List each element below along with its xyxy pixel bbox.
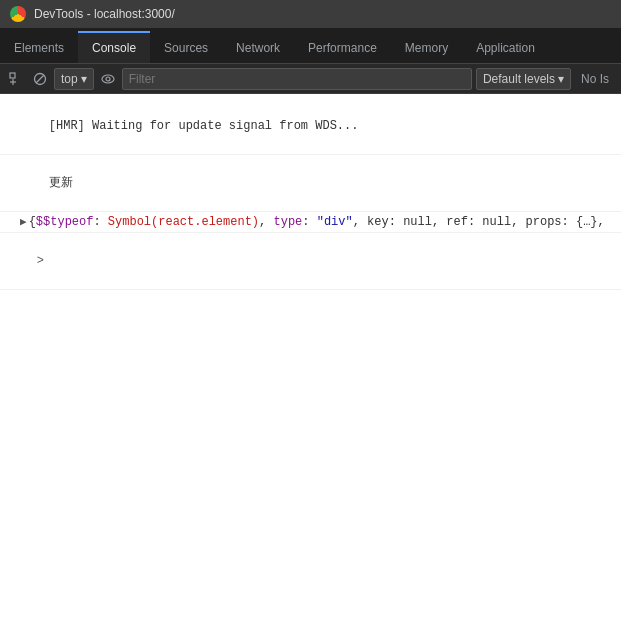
console-line-hmr: [HMR] Waiting for update signal from WDS… (0, 98, 621, 155)
toolbar: top ▾ Default levels ▾ No Is (0, 64, 621, 94)
obj-key-typeof: $$typeof (36, 213, 94, 231)
console-output: [HMR] Waiting for update signal from WDS… (0, 94, 621, 617)
obj-colon-1: : (93, 213, 107, 231)
eye-button[interactable] (98, 69, 118, 89)
inspect-element-button[interactable] (6, 69, 26, 89)
devtools-tabs: Elements Console Sources Network Perform… (0, 28, 621, 64)
console-line-update: 更新 (0, 155, 621, 212)
arrow-icon: > (37, 254, 44, 268)
context-selector[interactable]: top ▾ (54, 68, 94, 90)
update-text: 更新 (49, 176, 73, 190)
hmr-text: [HMR] Waiting for update signal from WDS… (49, 119, 359, 133)
context-label: top (61, 72, 78, 86)
tab-performance[interactable]: Performance (294, 31, 391, 63)
tab-sources[interactable]: Sources (150, 31, 222, 63)
obj-colon-2: : (302, 213, 316, 231)
console-prompt[interactable]: > (0, 233, 621, 290)
svg-line-4 (36, 75, 44, 83)
filter-input[interactable] (122, 68, 472, 90)
obj-brace-open: { (29, 213, 36, 231)
no-issues-label: No Is (575, 72, 615, 86)
default-levels-label: Default levels (483, 72, 555, 86)
default-levels-dropdown[interactable]: Default levels ▾ (476, 68, 571, 90)
obj-symbol-value: Symbol(react.element) (108, 213, 259, 231)
console-line-object: ▶ { $$typeof : Symbol(react.element) , t… (0, 212, 621, 233)
svg-point-6 (106, 77, 110, 81)
clear-console-button[interactable] (30, 69, 50, 89)
tab-console[interactable]: Console (78, 31, 150, 63)
tab-network[interactable]: Network (222, 31, 294, 63)
expand-arrow[interactable]: ▶ (20, 213, 27, 231)
chevron-down-icon-levels: ▾ (558, 72, 564, 86)
svg-point-5 (102, 75, 114, 83)
obj-string-value: "div" (317, 213, 353, 231)
title-bar-text: DevTools - localhost:3000/ (34, 7, 175, 21)
svg-rect-0 (10, 73, 15, 78)
tab-application[interactable]: Application (462, 31, 549, 63)
obj-rest: , key: null, ref: null, props: {…}, (353, 213, 605, 231)
obj-comma-1: , (259, 213, 273, 231)
tab-memory[interactable]: Memory (391, 31, 462, 63)
obj-key-type: type (273, 213, 302, 231)
chevron-down-icon: ▾ (81, 72, 87, 86)
title-bar: DevTools - localhost:3000/ (0, 0, 621, 28)
chrome-icon (10, 6, 26, 22)
tab-elements[interactable]: Elements (0, 31, 78, 63)
